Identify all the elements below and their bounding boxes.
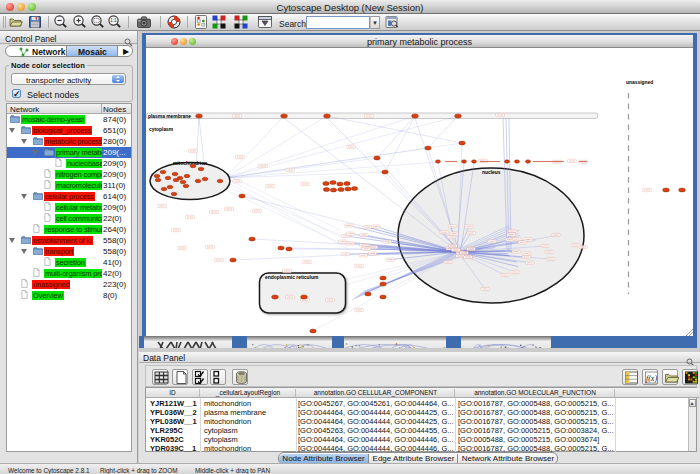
svg-text:nucleus: nucleus bbox=[482, 170, 501, 175]
svg-text:mitochondrion: mitochondrion bbox=[173, 161, 207, 166]
svg-text:1:1: 1:1 bbox=[110, 18, 117, 23]
svg-text:cytoplasm: cytoplasm bbox=[149, 127, 174, 132]
svg-text:unassigned: unassigned bbox=[626, 80, 653, 85]
svg-text:endoplasmic reticulum: endoplasmic reticulum bbox=[265, 275, 319, 280]
svg-text:f(x): f(x) bbox=[645, 374, 656, 383]
svg-text:plasma membrane: plasma membrane bbox=[148, 114, 191, 119]
